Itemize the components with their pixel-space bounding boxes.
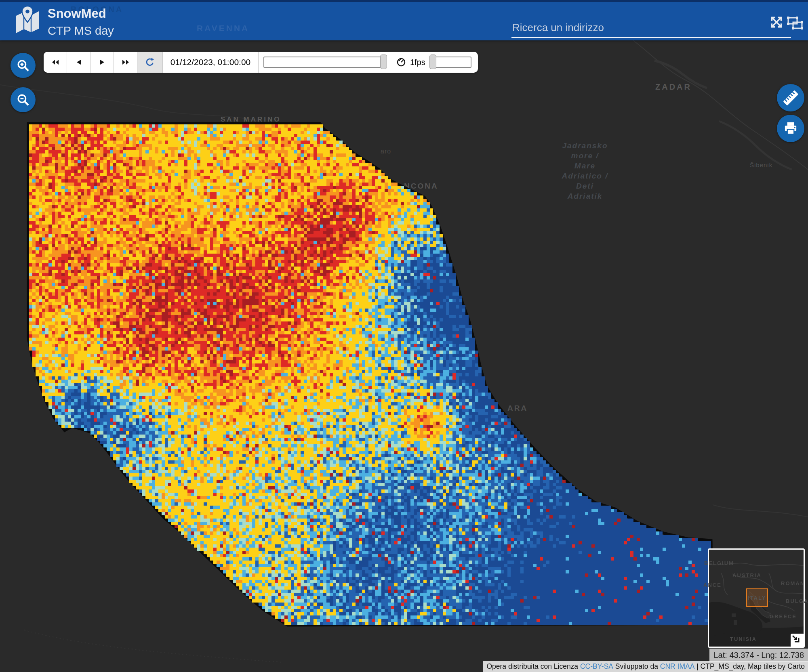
- ruler-button[interactable]: [777, 84, 804, 111]
- playback-toolbar: 01/12/2023, 01:00:00 1fps: [44, 52, 478, 73]
- speed-segment: 1fps: [392, 52, 478, 73]
- layers-icon[interactable]: [787, 15, 804, 31]
- minimap-label-tunisia: TUNISIA: [730, 636, 757, 642]
- minimap-label-france: ANCE: [703, 582, 722, 588]
- skip-forward-icon: [121, 59, 130, 65]
- skip-back-button[interactable]: [44, 52, 67, 73]
- zoom-in-icon: [16, 59, 30, 72]
- minimap-collapse-button[interactable]: [791, 634, 804, 647]
- minimap-label-austria: AUSTRIA: [732, 572, 762, 578]
- step-back-button[interactable]: [67, 52, 90, 73]
- map-canvas[interactable]: [0, 0, 808, 672]
- speed-gauge-icon: [396, 57, 406, 67]
- attribution-text: | CTP_MS_day, Map tiles by Carto: [694, 662, 805, 671]
- header-top-strip: [0, 0, 808, 2]
- refresh-icon: [145, 57, 155, 67]
- app-subtitle: CTP MS day: [48, 24, 114, 38]
- time-slider[interactable]: [263, 57, 387, 68]
- attribution-bar: Opera distribuita con Licenza CC-BY-SA S…: [483, 661, 808, 672]
- step-back-icon: [75, 59, 82, 65]
- collapse-arrow-icon: [791, 634, 800, 643]
- fullscreen-icon[interactable]: [769, 15, 784, 30]
- map-pin-logo: [11, 4, 44, 37]
- play-icon: [99, 59, 106, 65]
- zoom-out-button[interactable]: [11, 87, 36, 112]
- app-root: SAN MARINO aro NCONA ARA ZADAR Šibenik J…: [0, 0, 808, 672]
- play-button[interactable]: [90, 52, 114, 73]
- fps-slider-handle[interactable]: [429, 55, 436, 69]
- skip-forward-button[interactable]: [114, 52, 137, 73]
- print-icon: [783, 120, 799, 136]
- skip-back-icon: [51, 59, 60, 65]
- minimap-label-belgium: BELGIUM: [704, 560, 734, 566]
- header-bar: BOLOGNA RAVENNA SnowMed CTP MS day: [0, 0, 808, 40]
- coordinates-readout: Lat: 43.374 - Lng: 12.738: [709, 649, 808, 662]
- license-link[interactable]: CC-BY-SA: [580, 662, 613, 671]
- search-input[interactable]: [511, 18, 791, 38]
- minimap-label-bulgaria: BULGA: [786, 598, 808, 604]
- attribution-text: Sviluppato da: [613, 662, 660, 671]
- datetime-display: 01/12/2023, 01:00:00: [163, 52, 259, 73]
- minimap-label-romania: ROMAN: [781, 580, 805, 586]
- fps-slider[interactable]: [429, 57, 471, 68]
- time-slider-handle[interactable]: [380, 55, 387, 69]
- minimap-label-greece: GREECE: [770, 613, 797, 620]
- attribution-text: Opera distribuita con Licenza: [486, 662, 580, 671]
- minimap-label-italy: ITALY: [748, 595, 766, 601]
- map-label-ravenna: RAVENNA: [197, 23, 249, 33]
- refresh-button[interactable]: [137, 52, 163, 73]
- zoom-in-button[interactable]: [11, 53, 36, 78]
- ruler-icon: [782, 89, 800, 107]
- developer-link[interactable]: CNR IMAA: [660, 662, 695, 671]
- print-button[interactable]: [777, 115, 804, 142]
- time-slider-segment: [259, 52, 392, 73]
- app-title: SnowMed: [48, 6, 106, 21]
- fps-value: 1fps: [410, 58, 425, 67]
- minimap[interactable]: BELGIUM ANCE AUSTRIA ROMAN ITALY BULGA G…: [708, 548, 805, 648]
- zoom-out-icon: [16, 93, 30, 107]
